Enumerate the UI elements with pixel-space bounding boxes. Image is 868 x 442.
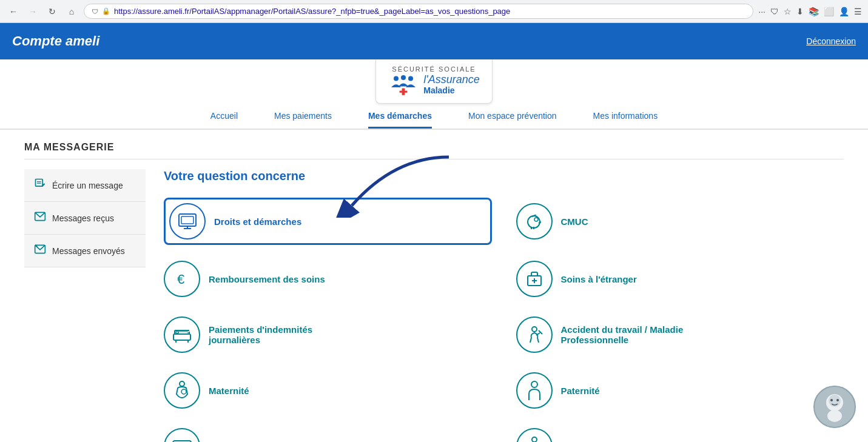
logo-container: SÉCURITÉ SOCIALE l'Assurance Maladie — [0, 59, 868, 104]
lock-icon: 🔒 — [102, 7, 110, 15]
soins-etranger-label: Soins à l'étranger — [561, 274, 637, 284]
logo-main: l'Assurance Maladie — [388, 73, 479, 97]
toolbar-icons: ··· 🛡 ☆ ⬇ 📚 ⬜ 👤 ☰ — [758, 7, 862, 16]
cmuc-icon-circle — [516, 203, 553, 239]
pregnant-icon — [173, 381, 191, 400]
svg-point-36 — [532, 437, 537, 442]
reload-button[interactable]: ↻ — [45, 4, 59, 19]
droits-label: Droits et démarches — [214, 216, 301, 227]
maternite-label: Maternité — [209, 386, 249, 396]
nav-prevention[interactable]: Mon espace prévention — [468, 111, 557, 129]
tab-icon[interactable]: ⬜ — [824, 7, 834, 16]
category-remboursement[interactable]: € Remboursement des soins — [164, 257, 492, 301]
logo-l-text: l'Assurance — [423, 74, 479, 86]
logo-social-text: SÉCURITÉ SOCIALE — [392, 65, 476, 73]
svg-point-15 — [528, 216, 540, 228]
svg-point-25 — [176, 331, 178, 333]
category-invalidite[interactable]: Invalidité — [516, 424, 844, 442]
remboursement-icon-circle: € — [164, 261, 200, 297]
remboursement-label: Remboursement des soins — [209, 274, 325, 284]
menu-dots-icon[interactable]: ··· — [758, 7, 765, 16]
browser-toolbar: ← → ↻ ⌂ 🛡 🔒 https://assure.ameli.fr/Port… — [0, 0, 868, 22]
page-header: Compte ameli Déconnexion — [0, 23, 868, 59]
address-bar[interactable]: 🛡 🔒 https://assure.ameli.fr/PortailAS/ap… — [84, 4, 753, 19]
svg-point-30 — [180, 381, 184, 386]
indemnites-icon-circle — [164, 316, 200, 353]
soins-etranger-icon-circle — [516, 261, 553, 297]
hospital-bag-icon — [525, 270, 543, 288]
bookmark-icon[interactable]: ☆ — [784, 7, 792, 16]
content-layout: Écrire un message Messages reçus — [24, 169, 844, 442]
card-icon: Vitale — [172, 438, 192, 442]
sidebar: Écrire un message Messages reçus — [24, 169, 146, 442]
accident-label: Accident du travail / MaladieProfessionn… — [561, 324, 684, 345]
svg-rect-4 — [400, 91, 408, 93]
main-content: MA MESSAGERIE Écrire un message — [0, 130, 868, 442]
nav-accueil[interactable]: Accueil — [210, 111, 238, 129]
paternite-label: Paternité — [561, 386, 600, 396]
category-carte-vitale[interactable]: Vitale Carte Vitale — [164, 424, 492, 442]
svg-text:€: € — [177, 272, 184, 287]
worker-accident-icon — [525, 326, 543, 344]
logo-title: l'Assurance Maladie — [423, 74, 479, 95]
category-accident-travail[interactable]: Accident du travail / MaladieProfessionn… — [516, 313, 844, 357]
main-navigation: Accueil Mes paiements Mes démarches Mon … — [0, 104, 868, 130]
sidebar-label-envoyes: Messages envoyés — [52, 246, 125, 256]
euro-icon: € — [172, 269, 192, 289]
chatbot-container[interactable] — [813, 386, 856, 430]
category-indemnites[interactable]: Paiements d'indemnitésjournalières — [164, 313, 492, 357]
write-icon — [34, 178, 46, 193]
sidebar-item-ecrire[interactable]: Écrire un message — [24, 169, 146, 202]
sidebar-label-recus: Messages reçus — [52, 213, 114, 223]
question-title: Votre question concerne — [164, 169, 844, 183]
forward-button[interactable]: → — [25, 4, 40, 19]
profile-icon[interactable]: 👤 — [839, 7, 849, 16]
site-title: Compte ameli — [12, 33, 99, 49]
maternite-icon-circle — [164, 372, 200, 409]
inbox-icon — [34, 210, 46, 226]
svg-point-2 — [408, 76, 413, 81]
question-area: Votre question concerne — [164, 169, 844, 442]
accident-icon-circle — [516, 316, 553, 353]
ameli-logo-icon — [388, 73, 419, 97]
categories-grid: Droits et démarches CMUC — [164, 198, 844, 442]
nav-paiements[interactable]: Mes paiements — [274, 111, 332, 129]
droits-icon-circle — [169, 203, 206, 239]
svg-point-1 — [401, 75, 406, 80]
library-icon[interactable]: 📚 — [809, 7, 819, 16]
monitor-icon — [178, 213, 197, 230]
svg-point-29 — [532, 327, 537, 332]
logout-button[interactable]: Déconnexion — [806, 36, 856, 46]
shield2-icon[interactable]: 🛡 — [770, 7, 779, 16]
logo-maladie-text: Maladie — [423, 86, 479, 95]
svg-rect-5 — [36, 179, 43, 187]
category-cmuc[interactable]: CMUC — [516, 198, 844, 245]
category-soins-etranger[interactable]: Soins à l'étranger — [516, 257, 844, 301]
sidebar-item-envoyes[interactable]: Messages envoyés — [24, 235, 146, 267]
cmuc-label: CMUC — [561, 216, 588, 227]
invalidite-icon-circle — [516, 428, 553, 442]
chatbot-icon — [813, 386, 856, 428]
bed-icon — [172, 326, 192, 344]
wheelchair-icon — [525, 437, 543, 442]
piggy-icon — [525, 212, 543, 230]
annotation-arrow — [334, 151, 455, 218]
hamburger-icon[interactable]: ☰ — [854, 7, 862, 16]
carte-vitale-icon-circle: Vitale — [164, 428, 200, 442]
sidebar-item-recus[interactable]: Messages reçus — [24, 202, 146, 235]
download-icon[interactable]: ⬇ — [796, 7, 804, 16]
back-button[interactable]: ← — [6, 4, 21, 19]
person-icon — [525, 381, 543, 400]
logo-box[interactable]: SÉCURITÉ SOCIALE l'Assurance Maladie — [375, 59, 492, 104]
category-paternite[interactable]: Paternité — [516, 369, 844, 412]
svg-rect-14 — [181, 216, 193, 224]
svg-rect-24 — [173, 334, 190, 340]
paternite-icon-circle — [516, 372, 553, 409]
svg-point-43 — [827, 410, 842, 422]
url-text: https://assure.ameli.fr/PortailAS/appman… — [114, 7, 745, 16]
nav-demarches[interactable]: Mes démarches — [368, 111, 432, 129]
svg-point-16 — [534, 218, 538, 221]
nav-informations[interactable]: Mes informations — [593, 111, 658, 129]
home-button[interactable]: ⌂ — [64, 4, 79, 19]
category-maternite[interactable]: Maternité — [164, 369, 492, 412]
